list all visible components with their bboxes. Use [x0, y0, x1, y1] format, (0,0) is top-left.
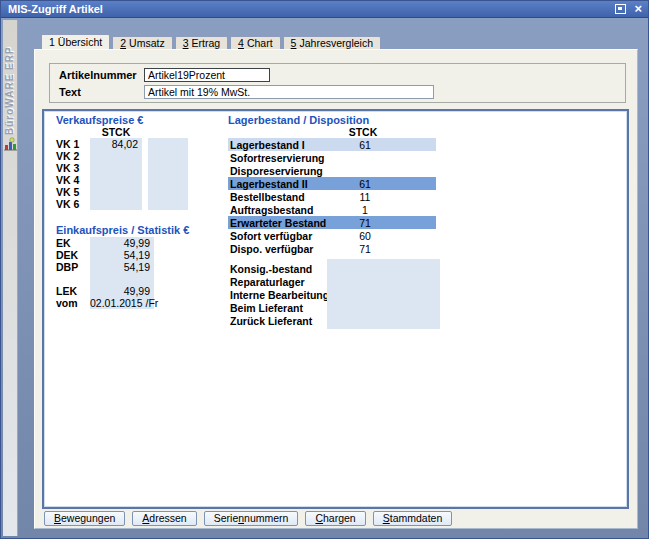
window-controls: ×: [615, 4, 642, 14]
brand-strip: BüroWARE ERP: [3, 20, 18, 536]
tab-label: Chart: [247, 37, 273, 49]
ek-value: 54,19: [90, 261, 154, 273]
vk-value: [90, 150, 142, 162]
tab-label: Übersicht: [58, 36, 102, 48]
tab-accelerator: 3: [183, 37, 189, 49]
table-row: Dispo. verfügbar 71: [228, 242, 436, 255]
vk-value-2: [148, 138, 188, 150]
vk-value: [90, 162, 142, 174]
vk-value-2: [148, 162, 188, 174]
tab-jahresvergleich[interactable]: 5Jahresvergleich: [283, 36, 381, 49]
artikelnummer-label: Artikelnummer: [50, 69, 144, 81]
table-row: Sofortreservierung: [228, 151, 436, 164]
table-row: LEK 49,99: [56, 285, 154, 297]
artikelnummer-input[interactable]: [144, 68, 270, 82]
text-label: Text: [50, 86, 144, 98]
ek-value: 49,99: [90, 237, 154, 249]
lager-stck-column-header: STCK: [332, 126, 394, 138]
ek-date-value: 02.01.2015 /Fr: [90, 297, 154, 309]
lager-extra-value-box: [327, 259, 440, 329]
verkaufspreise-table: VK 1 84,02 VK 2 VK 3: [56, 138, 188, 210]
lager-value: 71: [330, 243, 400, 255]
tab-umsatz[interactable]: 2Umsatz: [112, 36, 172, 49]
vk-value-2: [148, 150, 188, 162]
ek-value: 49,99: [90, 285, 154, 297]
tab-accelerator: 5: [291, 37, 297, 49]
lagerbestand-table: Lagerbestand I 61 Sofortreservierung Dis…: [228, 138, 436, 255]
table-row: vom 02.01.2015 /Fr: [56, 297, 154, 309]
vk-value-2: [148, 174, 188, 186]
table-row: Erwarteter Bestand 71: [228, 216, 436, 229]
tab-bar: 1Übersicht 2Umsatz 3Ertrag 4Chart 5Jahre…: [41, 34, 381, 49]
einkaufspreis-header: Einkaufspreis / Statistik €: [56, 224, 189, 236]
text-input[interactable]: [144, 85, 434, 99]
close-icon[interactable]: ×: [634, 4, 642, 14]
table-row: Lagerbestand II 61: [228, 177, 436, 190]
table-row: Lagerbestand I 61: [228, 138, 436, 151]
vk-value-2: [148, 186, 188, 198]
lager-value: 61: [330, 139, 400, 151]
tab-accelerator: 1: [49, 36, 55, 48]
verkaufspreise-header: Verkaufspreise €: [56, 114, 143, 126]
tab-label: Umsatz: [129, 37, 165, 49]
tab-uebersicht[interactable]: 1Übersicht: [41, 34, 110, 49]
chargen-button[interactable]: Chargen: [305, 511, 365, 526]
table-row: Disporeservierung: [228, 164, 436, 177]
vk-stck-column-header: STCK: [90, 126, 142, 138]
table-row: DEK 54,19: [56, 249, 154, 261]
table-row: VK 3: [56, 162, 188, 174]
lager-value: 11: [330, 191, 400, 203]
table-row: VK 5: [56, 186, 188, 198]
adressen-button[interactable]: Adressen: [132, 511, 196, 526]
brand-text: BüroWARE ERP: [4, 23, 17, 135]
table-row: [56, 273, 154, 285]
tab-label: Jahresvergleich: [299, 37, 373, 49]
table-row: Sofort verfügbar 60: [228, 229, 436, 242]
lagerbestand-header: Lagerbestand / Disposition: [228, 114, 369, 126]
table-row: Auftragsbestand 1: [228, 203, 436, 216]
ek-value: [90, 273, 154, 285]
table-row: VK 4: [56, 174, 188, 186]
bewegungen-button[interactable]: Bewegungen: [44, 511, 125, 526]
table-row: DBP 54,19: [56, 261, 154, 273]
table-row: EK 49,99: [56, 237, 154, 249]
tab-chart[interactable]: 4Chart: [230, 36, 281, 49]
vk-value: [90, 186, 142, 198]
lager-value: 61: [330, 178, 400, 190]
table-row: VK 2: [56, 150, 188, 162]
bottom-button-bar: Bewegungen Adressen Seriennummern Charge…: [44, 511, 452, 526]
vk-value-2: [148, 198, 188, 210]
table-row: VK 1 84,02: [56, 138, 188, 150]
vk-value: [90, 198, 142, 210]
ek-value: 54,19: [90, 249, 154, 261]
lager-value: 1: [330, 204, 400, 216]
vk-value: 84,02: [90, 138, 142, 150]
app-window: MIS-Zugriff Artikel × BüroWARE ERP 1Über…: [0, 0, 649, 539]
tab-page-uebersicht: Artikelnummer Text Verkaufspreise € STCK…: [34, 49, 638, 529]
article-header-box: Artikelnummer Text: [49, 63, 626, 103]
tab-accelerator: 4: [238, 37, 244, 49]
restore-icon[interactable]: [615, 4, 626, 14]
tab-accelerator: 2: [120, 37, 126, 49]
tab-ertrag[interactable]: 3Ertrag: [175, 36, 228, 49]
window-body: BüroWARE ERP 1Übersicht 2Umsatz 3Ertrag …: [1, 18, 648, 538]
overview-panel: Verkaufspreise € STCK VK 1 84,02 VK 2 VK: [42, 109, 629, 509]
lager-value: 60: [330, 230, 400, 242]
stammdaten-button[interactable]: Stammdaten: [373, 511, 453, 526]
lager-value: 71: [330, 217, 400, 229]
vk-value: [90, 174, 142, 186]
title-bar: MIS-Zugriff Artikel ×: [1, 1, 648, 18]
window-title: MIS-Zugriff Artikel: [8, 3, 103, 15]
seriennummern-button[interactable]: Seriennummern: [204, 511, 299, 526]
einkaufspreis-table: EK 49,99 DEK 54,19 DBP 54,19: [56, 237, 154, 309]
table-row: Bestellbestand 11: [228, 190, 436, 203]
tab-label: Ertrag: [191, 37, 220, 49]
chart-icon[interactable]: [3, 137, 18, 152]
table-row: VK 6: [56, 198, 188, 210]
